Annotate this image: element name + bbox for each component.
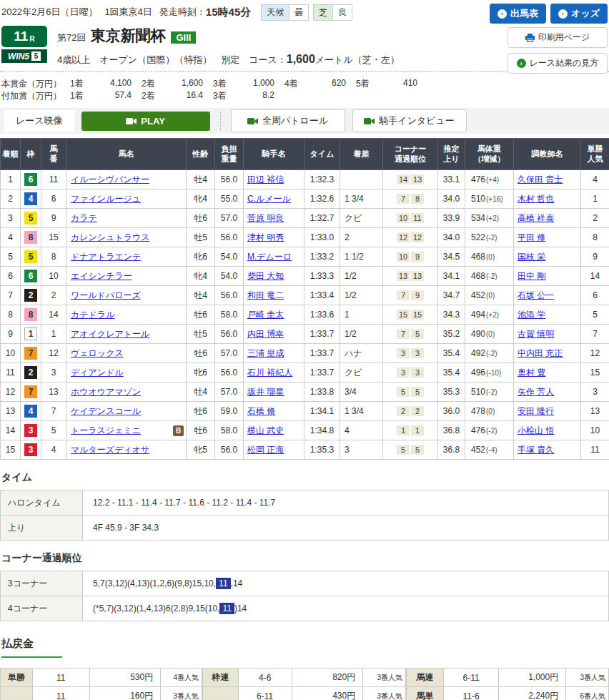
trainer-name-link[interactable]: 石坂 公一 xyxy=(518,290,554,300)
win5-number: 5 xyxy=(31,51,41,61)
corner-position-chip: 5 xyxy=(411,445,424,455)
entries-button-label: 出馬表 xyxy=(510,7,538,20)
corner-positions: 1212 xyxy=(383,228,438,247)
horse-name-link[interactable]: エイシンチラー xyxy=(71,270,132,282)
trainer-name-link[interactable]: 矢作 芳人 xyxy=(518,387,554,397)
result-row: 8814カテドラル牡658.0戸崎 圭太1:33.61151534.3494(+… xyxy=(1,305,609,325)
trainer-name-link[interactable]: 手塚 貴久 xyxy=(518,445,554,455)
jockey-interview-button[interactable]: 騎手インタビュー xyxy=(352,109,467,132)
jockey-name-link[interactable]: 坂井 瑠星 xyxy=(247,387,284,397)
win-favorite-rank: 2 xyxy=(581,209,609,228)
finish-position: 2 xyxy=(1,189,21,209)
body-weight-cell: 510(+16) xyxy=(465,189,514,209)
jockey-name-link[interactable]: 菅原 明良 xyxy=(247,213,284,223)
frame-number-badge: 2 xyxy=(24,366,37,379)
jockey-name-link[interactable]: M.デムーロ xyxy=(247,252,292,262)
jockey-name-link[interactable]: 石橋 脩 xyxy=(247,406,275,416)
result-row: 911アオイクレアトール牡556.0内田 博幸1:33.71/27535.249… xyxy=(1,325,609,344)
win-favorite-rank: 7 xyxy=(581,325,609,344)
horse-name-link[interactable]: イルーシヴパンサー xyxy=(71,174,149,186)
horse-name-link[interactable]: ケイデンスコール xyxy=(71,405,141,418)
horse-name-cell: ディアンドル xyxy=(66,363,187,383)
body-weight-diff: (-2) xyxy=(486,350,497,358)
win-favorite-rank: 4 xyxy=(581,170,609,189)
body-weight-cell: 522(-2) xyxy=(465,228,514,247)
body-weight: 492 xyxy=(471,348,485,358)
horse-name-link[interactable]: ドナアトラエンテ xyxy=(71,251,141,263)
trainer-name-link[interactable]: 古賀 慎明 xyxy=(518,329,554,339)
corner-order-suffix: ,14 xyxy=(231,578,243,588)
jockey-name-link[interactable]: 和田 竜二 xyxy=(247,290,284,300)
horse-number: 6 xyxy=(41,189,66,209)
corner-position-chip: 11 xyxy=(411,213,424,223)
patrol-video-button[interactable]: 全周パトロール xyxy=(231,109,345,132)
frame-cell: 3 xyxy=(21,440,41,460)
horse-name-link[interactable]: アオイクレアトール xyxy=(71,328,149,340)
payout-row: 単勝11530円4番人気 xyxy=(1,669,202,687)
race-number-suffix: R xyxy=(29,35,34,43)
odds-button[interactable]: › オッズ xyxy=(550,4,608,24)
frame-cell: 5 xyxy=(21,247,41,267)
horse-name-link[interactable]: ヴェロックス xyxy=(71,347,124,360)
body-weight-diff: (0) xyxy=(486,292,495,300)
result-row: 246ファインルージュ牝455.0C.ルメール1:32.61 3/47834.0… xyxy=(1,189,609,209)
trainer-name-link[interactable]: 中内田 充正 xyxy=(518,348,563,358)
trainer-name-link[interactable]: 平田 修 xyxy=(518,232,545,242)
entries-button[interactable]: › 出馬表 xyxy=(490,4,546,24)
sex-age: 牡5 xyxy=(187,228,215,247)
jockey-name-link[interactable]: 横山 武史 xyxy=(247,425,284,435)
trainer-name-link[interactable]: 久保田 貴士 xyxy=(518,174,563,184)
added-prize-values: 1着57.42着16.43着8.2 xyxy=(70,90,284,102)
jockey-name-link[interactable]: 松岡 正海 xyxy=(247,445,284,455)
trainer-name-link[interactable]: 奥村 豊 xyxy=(518,368,545,378)
win-favorite-rank: 14 xyxy=(581,267,609,286)
horse-name-link[interactable]: マルターズディオサ xyxy=(71,444,149,456)
horse-name-link[interactable]: ワールドバローズ xyxy=(71,290,141,302)
frame-cell: 8 xyxy=(21,228,41,247)
trainer-name-link[interactable]: 安田 隆行 xyxy=(518,406,554,416)
jockey-name-link[interactable]: C.ルメール xyxy=(247,194,291,204)
jockey-name-link[interactable]: 柴田 大知 xyxy=(247,271,284,281)
jockey-name-link[interactable]: 戸崎 圭太 xyxy=(247,310,284,320)
finish-time: 1:33.7 xyxy=(304,344,340,363)
horse-name-link[interactable]: ファインルージュ xyxy=(71,193,141,205)
trainer-name-link[interactable]: 国枝 栄 xyxy=(518,252,545,262)
play-button[interactable]: PLAY xyxy=(81,112,210,131)
horse-name-link[interactable]: カラテ xyxy=(71,212,97,225)
margin: 1/2 xyxy=(340,286,383,305)
horse-name-wrap: イルーシヴパンサー xyxy=(71,174,184,186)
prize-value: 8.2 xyxy=(237,90,274,102)
jockey-cell: 横山 武史 xyxy=(244,421,304,440)
payout-amount: 2,240円 xyxy=(499,687,566,700)
print-page-button[interactable]: 印刷用ページ xyxy=(508,27,608,48)
horse-name-link[interactable]: トーラスジェミニ xyxy=(71,425,141,437)
jockey-name-link[interactable]: 三浦 皇成 xyxy=(247,348,284,358)
corner-order-suffix: )14 xyxy=(234,603,247,613)
body-weight-cell: 452(-4) xyxy=(465,440,514,460)
margin: 3 xyxy=(340,440,383,460)
jockey-name-link[interactable]: 津村 明秀 xyxy=(247,232,284,242)
last-3f-time: 34.7 xyxy=(438,286,465,305)
result-guide-button[interactable]: › レース結果の見方 xyxy=(508,53,608,74)
trainer-name-link[interactable]: 木村 哲也 xyxy=(518,194,554,204)
trainer-name-link[interactable]: 池添 学 xyxy=(518,310,545,320)
jockey-name-link[interactable]: 石川 裕紀人 xyxy=(247,368,292,378)
corner-positions: 33 xyxy=(383,344,438,363)
horse-name-link[interactable]: カテドラル xyxy=(71,309,114,321)
horse-name-link[interactable]: カレンシュトラウス xyxy=(71,232,150,244)
payout-combination: 4-6 xyxy=(238,669,292,687)
jockey-name-link[interactable]: 内田 博幸 xyxy=(247,329,284,339)
trainer-name-link[interactable]: 小桧山 悟 xyxy=(518,425,554,435)
horse-name-link[interactable]: ディアンドル xyxy=(71,367,124,379)
finish-time: 1:33.7 xyxy=(304,325,340,344)
win-favorite-rank: 10 xyxy=(581,421,609,440)
sex-age: 牝4 xyxy=(187,267,215,286)
horse-name-link[interactable]: ホウオウアマゾン xyxy=(71,386,141,398)
trainer-name-link[interactable]: 田中 剛 xyxy=(518,271,545,281)
corner-row: 3コーナー5,7(3,12)(4,13)(1,2,6)(9,8)15,10,11… xyxy=(1,571,609,596)
play-button-label: PLAY xyxy=(141,116,164,127)
jockey-name-link[interactable]: 田辺 裕信 xyxy=(247,174,284,184)
corner-position-chip: 5 xyxy=(397,387,410,397)
trainer-name-link[interactable]: 高橋 祥泰 xyxy=(518,213,554,223)
winner-highlight: 11 xyxy=(216,578,230,589)
